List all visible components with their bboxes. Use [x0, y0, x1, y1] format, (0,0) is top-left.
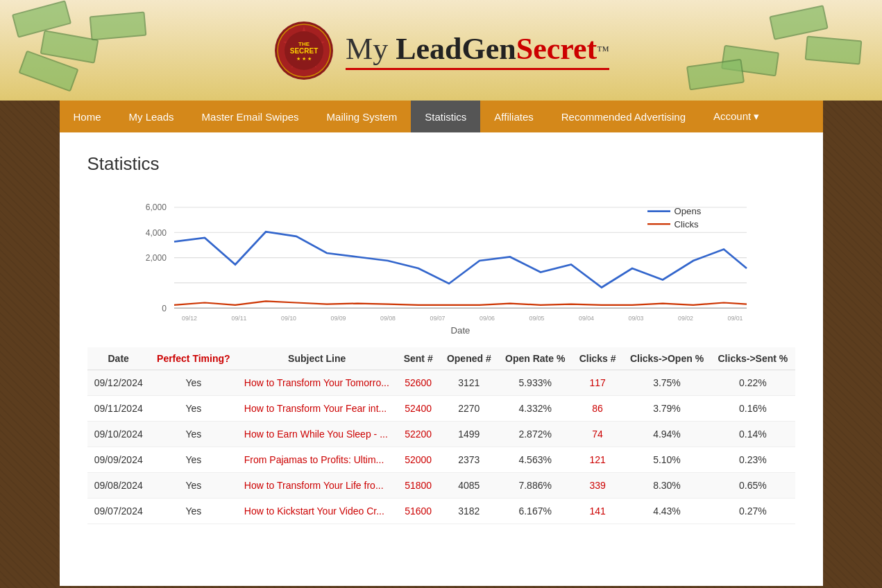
cell-opened: 2270: [440, 396, 498, 422]
cell-date: 09/08/2024: [87, 473, 150, 499]
svg-text:6,000: 6,000: [145, 202, 167, 212]
cell-clicks-sent: 0.65%: [711, 473, 795, 499]
svg-text:0: 0: [162, 304, 167, 313]
cell-clicks[interactable]: 86: [573, 396, 623, 422]
svg-text:Clicks: Clicks: [674, 219, 699, 230]
svg-text:09/11: 09/11: [231, 315, 246, 322]
nav-master-email-swipes[interactable]: Master Email Swipes: [188, 101, 313, 132]
page-title: Statistics: [87, 153, 795, 175]
cell-clicks-sent: 0.16%: [711, 396, 795, 422]
col-open-rate: Open Rate %: [498, 347, 573, 370]
col-opened: Opened #: [440, 347, 498, 370]
page-content: Statistics 6,000 4,000 2,000 0: [60, 132, 823, 545]
navigation: Home My Leads Master Email Swipes Mailin…: [60, 101, 823, 132]
cell-opened: 3121: [440, 370, 498, 396]
cell-open-rate: 4.563%: [498, 447, 573, 473]
seal-logo: THE SECRET ★ ★ ★: [273, 19, 335, 82]
cell-clicks[interactable]: 339: [573, 473, 623, 499]
svg-text:Opens: Opens: [674, 206, 701, 216]
cell-perfect-timing: Yes: [150, 422, 237, 447]
col-clicks-sent: Clicks->Sent %: [711, 347, 795, 370]
header-banner: THE SECRET ★ ★ ★ My LeadGenSecret™: [0, 0, 882, 101]
col-clicks-open: Clicks->Open %: [623, 347, 711, 370]
cell-sent[interactable]: 52000: [397, 447, 440, 473]
cell-date: 09/11/2024: [87, 396, 150, 422]
svg-text:THE: THE: [298, 41, 310, 47]
svg-text:Date: Date: [450, 325, 470, 336]
table-row: 09/11/2024 Yes How to Transform Your Fea…: [87, 396, 795, 422]
cell-perfect-timing: Yes: [150, 396, 237, 422]
table-row: 09/07/2024 Yes How to Kickstart Your Vid…: [87, 499, 795, 524]
cell-clicks-sent: 0.23%: [711, 447, 795, 473]
cell-clicks-open: 8.30%: [623, 473, 711, 499]
nav-mailing-system[interactable]: Mailing System: [313, 101, 412, 132]
col-perfect-timing: Perfect Timing?: [150, 347, 237, 370]
cell-subject[interactable]: How to Transform Your Tomorro...: [237, 370, 397, 396]
svg-text:09/09: 09/09: [330, 315, 346, 322]
cell-sent[interactable]: 51800: [397, 473, 440, 499]
col-sent: Sent #: [397, 347, 440, 370]
cell-open-rate: 6.167%: [498, 499, 573, 524]
table-row: 09/10/2024 Yes How to Earn While You Sle…: [87, 422, 795, 447]
cell-date: 09/10/2024: [87, 422, 150, 447]
cell-date: 09/09/2024: [87, 447, 150, 473]
cell-sent[interactable]: 52600: [397, 370, 440, 396]
svg-text:09/04: 09/04: [578, 315, 593, 322]
cell-opened: 3182: [440, 499, 498, 524]
svg-text:★ ★ ★: ★ ★ ★: [296, 56, 312, 61]
cell-subject[interactable]: From Pajamas to Profits: Ultim...: [237, 447, 397, 473]
svg-text:09/06: 09/06: [479, 315, 494, 322]
col-date: Date: [87, 347, 150, 370]
nav-affiliates[interactable]: Affiliates: [480, 101, 547, 132]
cell-subject[interactable]: How to Transform Your Life fro...: [237, 473, 397, 499]
chart-area: 6,000 4,000 2,000 0 09/12 09/11 09/10 09…: [87, 192, 795, 347]
nav-statistics[interactable]: Statistics: [411, 101, 480, 132]
col-clicks: Clicks #: [573, 347, 623, 370]
main-container: Home My Leads Master Email Swipes Mailin…: [60, 101, 823, 586]
cell-clicks[interactable]: 117: [573, 370, 623, 396]
cell-open-rate: 2.872%: [498, 422, 573, 447]
cell-clicks[interactable]: 74: [573, 422, 623, 447]
svg-text:4,000: 4,000: [145, 228, 167, 238]
cell-subject[interactable]: How to Earn While You Sleep - ...: [237, 422, 397, 447]
cell-subject[interactable]: How to Transform Your Fear int...: [237, 396, 397, 422]
cell-perfect-timing: Yes: [150, 499, 237, 524]
cell-sent[interactable]: 52400: [397, 396, 440, 422]
svg-text:09/07: 09/07: [430, 315, 445, 322]
cell-clicks[interactable]: 121: [573, 447, 623, 473]
nav-recommended-advertising[interactable]: Recommended Advertising: [548, 101, 699, 132]
cell-clicks-sent: 0.27%: [711, 499, 795, 524]
nav-account[interactable]: Account ▾: [699, 101, 773, 132]
cell-clicks-sent: 0.14%: [711, 422, 795, 447]
cell-perfect-timing: Yes: [150, 447, 237, 473]
cell-open-rate: 7.886%: [498, 473, 573, 499]
svg-text:2,000: 2,000: [145, 253, 167, 263]
logo-area: THE SECRET ★ ★ ★ My LeadGenSecret™: [273, 19, 609, 82]
col-subject-line: Subject Line: [237, 347, 397, 370]
statistics-chart: 6,000 4,000 2,000 0 09/12 09/11 09/10 09…: [87, 192, 795, 345]
cell-sent[interactable]: 52200: [397, 422, 440, 447]
cell-opened: 2373: [440, 447, 498, 473]
statistics-table: Date Perfect Timing? Subject Line Sent #…: [87, 347, 795, 524]
svg-text:09/05: 09/05: [529, 315, 544, 322]
cell-opened: 4085: [440, 473, 498, 499]
svg-text:09/03: 09/03: [628, 315, 643, 322]
cell-perfect-timing: Yes: [150, 370, 237, 396]
cell-open-rate: 4.332%: [498, 396, 573, 422]
cell-clicks-open: 5.10%: [623, 447, 711, 473]
svg-text:SECRET: SECRET: [290, 47, 319, 55]
cell-subject[interactable]: How to Kickstart Your Video Cr...: [237, 499, 397, 524]
table-row: 09/08/2024 Yes How to Transform Your Lif…: [87, 473, 795, 499]
cell-clicks-sent: 0.22%: [711, 370, 795, 396]
table-row: 09/09/2024 Yes From Pajamas to Profits: …: [87, 447, 795, 473]
cell-sent[interactable]: 51600: [397, 499, 440, 524]
svg-text:09/12: 09/12: [181, 315, 196, 322]
cell-clicks-open: 3.79%: [623, 396, 711, 422]
cell-clicks[interactable]: 141: [573, 499, 623, 524]
cell-clicks-open: 3.75%: [623, 370, 711, 396]
nav-home[interactable]: Home: [60, 101, 115, 132]
svg-text:09/10: 09/10: [280, 315, 296, 322]
nav-my-leads[interactable]: My Leads: [115, 101, 188, 132]
cell-date: 09/07/2024: [87, 499, 150, 524]
cell-opened: 1499: [440, 422, 498, 447]
